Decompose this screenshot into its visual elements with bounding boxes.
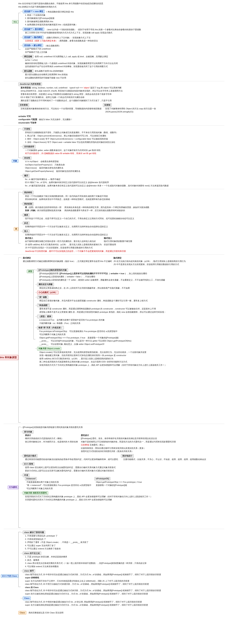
class-problems-content: 1. 不再需要引用杂乱的 .prototype 了 2. 不再有原型链乱的 了 … [25,534,88,550]
js-types-content: 基本类型值: string, boolean, number, null, un… [21,86,123,102]
property-shadowing: 属性设定与屏蔽 绑定的父类形成结构之后，在 JS 上具有并不合关联到遮蔽而发，所… [35,283,224,290]
proto-mechanism: [[Prototype]] 机制就是对象内部链接引用到其他对象关联的委托关系 [21,426,224,429]
class-mechanism-label: 类的机制 [23,202,34,206]
this-top-description: this 在任何地方它都不是指向函数自身的，不能使用 this 来引用函数中的其… [18,2,103,8]
property-descriptors: writable 可写 configurable 可配置 - 修改为 false… [4,115,224,124]
class-mechanism: 类的机制 类（蓝图）表示描述过的所有特性的一部 实例（对象）表示按照蓝图制造真实… [21,202,224,212]
inheritance-label: 继承 [23,213,29,217]
better-design-content: 注册功能模式：比较关系，不关心，不认识，不知道，使用，使用，使用，使用函数名称会… [123,458,206,461]
design-patterns: 委托设计模式 通过将某些功能委托给他对象后比较快的处理条件等处理的约定，代码可以… [21,454,224,461]
class-details-content: class 细节优化方式 JS 中类并非完全是通过修改方式来关联，方式方式 fo… [25,573,161,596]
default-binding-desc: （独立函数调用） [45,44,61,47]
this-label: this [12,20,18,24]
new-binding-desc: > 构造函数的显示绑定则是 this [46,10,74,14]
class-limitations-content: 1. 只是 prototype 的语法糖，本来还是真的继承 2. 多态、被继承 … [25,555,147,568]
prototype-chain-label: [[Prototype]]链的原型指向对象 [37,268,68,272]
implicit-binding-note: 注意情况（就算 1 只隐式绑定本身） - 调用函数，参看当前函数真是一种你的语法 [25,39,98,42]
object-label: 对象 [12,159,18,163]
bottom-class-text: 类的完整描述以及 ES6 Class 语法说明 [29,611,63,614]
class-vs-object: 类与对象 类设计 继承关系描述的方式是指的的方式（继续） 使父类对象独立向，作为… [21,430,224,453]
default-binding-label: 优先级+ + 默认绑定 [23,44,43,47]
divider-6 [4,529,224,529]
introspection-label: 内省 [23,474,29,477]
更好design-label: 更好地设计 [121,454,134,458]
class-limitations-label: class 的不足之处 [23,552,41,555]
new-binding-steps: 1. 构造一个全新的对象 2. 新对象被执行[[Prototype]]链接 3.… [25,14,77,26]
constructor-label: "构造函数" [37,304,50,307]
class-features: 类的特性 类是一个可以创建多个独立实例的数据结构，同一份代码由不同实例生成的两个… [21,191,224,201]
accessor-descriptor: 访问描述符 一个对象拥有 getter, setter 函数来做访问，这个对象栏… [21,145,224,155]
polymorphism-label: 多态 [23,222,29,225]
new-binding-label: 优先级*** + new 绑定 [23,10,45,13]
object-create-label: 对象关联 Object.create [37,347,61,350]
prototype-section: 原型 [[Prototype]]链的原型指向对象 [[Prototype]]链的… [21,268,224,368]
class-problems-label: class 解决了那些问题 [23,531,45,534]
introspection-content: instanceof 不能直接检测出两个对象之间的关系 "将 + instanc… [25,477,142,490]
class-problems-solved: class 解决了那些问题 1. 不再需要引用杂乱的 .prototype 了 … [21,531,224,550]
divider-2 [4,126,224,126]
binding-ignore-label: 绑定忽略 [23,55,34,58]
class-design-content: 类设计 继承关系描述的方式是指的的方式（继续） 使父类对象独立向，作为相同方法，… [25,434,224,453]
this-section: this 在任何地方它都不是指向函数自身的，不能使用 this 来引用函数中的其… [4,2,224,80]
priority-new-binding: 优先级*** + new 绑定 > 构造函数的显示绑定则是 this 1. 构造… [21,10,77,26]
priority-default-binding: 优先级+ + 默认绑定 （独立函数调用） 总是严格模式下的 undefined … [21,44,61,54]
prototype-chain: [[Prototype]]链的原型指向对象 [[Prototype]]链的作用:… [35,268,224,282]
traversal: 遍历 for...in 遍历可枚举属性名 — 顺序不确定 ES 6 增加了 fo… [21,174,224,187]
class-label: 类 [14,227,18,231]
object-section: 对象 不变性 所有的方法都能制造浅不变性，只能防止对象或它的直接属性，不不来在引… [4,127,224,188]
prototype-relationship: （原型） 硬拷 a instanceof Foo 会判断当前整个原型链中是否有 … [35,315,224,325]
introspection: 内省 instanceof 不能直接检测出两个对象之间的关系 "将 + inst… [21,474,224,490]
deep-copy-label: 实复制 [103,103,111,107]
explicit-binding-desc: （bind 合并成一个新的形容函数） - 把到于专用于寻找 this 的第一个参… [46,28,141,31]
delegation-pattern-label: 委托设计模式 [23,454,38,458]
constructor-func: "构造函数" 通常来讲不是 constructor 属性，而是通过调用构造函数的… [35,304,224,314]
mixin-label: 混入 [23,230,29,233]
immutability: 不变性 所有的方法都能制造浅不变性，只能防止对象或它的直接属性，不不来在引用其他… [21,127,224,144]
class-details: class 细节 class 细节优化方式 JS 中类并非完全是通过修改方式来关… [21,569,224,596]
class-limitations: class 的不足之处 1. 只是 prototype 的语法糖，本来还是真的继… [21,552,224,568]
immutability-label: 不变性 [23,127,31,131]
prototype-label: 原型 [27,270,34,273]
class-func-label: "类" 函数 [37,296,48,299]
copy-items: 没有复制 没有浅复制对象整体的标准方法，可以给出一个合理的答案，导致数据的内容都… [18,103,156,113]
inheritance: 继承 找不到这个不同之处，但是子类可以定义一个自己的方式，子类自身定义父类的方式… [21,213,224,220]
implicit-binding-desc: （函数引用有作上下文对象）- 实现就像方式上下文 [45,36,91,39]
priority-implicit-binding: 优先级** + 隐式绑定 （函数引用有作上下文对象）- 实现就像方式上下文 注意… [21,36,98,42]
es5-label: ES 5 装饰 [23,462,34,466]
proto-rel-label: （原型） 硬拷 [37,315,52,318]
divider-5 [4,424,224,424]
divider-1 [4,81,224,81]
page: this 在任何地方它都不是指向函数自身的，不能使用 this 来引用函数中的其… [0,0,228,644]
class-rel-label: 检查"类"关系（内省反射） [37,326,64,330]
bottom-class-section: Class 类的完整描述以及 ES6 Class 语法说明 [18,611,224,614]
implicit-binding-label: 优先级** + 隐式绑定 [23,36,43,39]
js-types-section: JavaScript 内所有类型 基本类型值: string, boolean,… [4,82,224,102]
object-assoc-label: 对象关联 相联系关系委托 [23,491,48,495]
behavior-delegation: 行为委托 [[Prototype]] 机制就是对象内部链接引用到其他对象关联的委… [4,425,224,528]
default-binding-items: 总是严格模式下的 undefined 非严格模式下是上文对象 [25,47,61,54]
mixin-section-continued: 显式绑定 通过函数调用方式确定函数调用时的对象参数（较好 true），正式规定绑… [21,256,224,266]
instanceof-label: instanceof [25,477,37,480]
behavior-label: 行为委托 [8,486,18,489]
existence: 存在性 'a' in myObject 会检查自身和原型链 myObject.h… [21,156,224,173]
traversal-label: 遍历 [23,174,29,177]
es5-content: 使用 class 语法相对上面可以更加简洁去做委托的约定，需要自行确对关系对象方… [25,466,116,472]
isPrototypeOf-label: isPrototypeOf() [94,477,110,480]
accessor-label: 访问描述符 [23,145,36,148]
arrow-function-items: 最大箭头函数会自动继承父程调用时 this 的初始 箭头函数的调用范的可能被不能… [25,73,68,79]
existence-label: 存在性 [23,156,31,160]
descriptors-content: writable 可写 configurable 可配置 - 修改为 false… [18,115,73,124]
class-design-label: 类与对象 [23,430,34,434]
js-types-label: JavaScript 内所有类型 [18,82,42,86]
explicit-binding-note: 第三方库和 ES6 中许多等函数都使用到的方式方式方式上下文，实现就像 call… [25,31,141,34]
careful-pattern: 小心此模式（p146） [35,291,224,294]
es6-class-section: ES 6 中的 Class class 解决了那些问题 1. 不再需要引用杂乱的… [4,530,224,607]
class-item-content: class 细节优化方式 JS 中类的对象是通过修改方式 for...of 的父… [25,600,148,606]
binding-ignore-items: (a.foo = a.foo) 确保内容传给需要输入的一个虚假的 undefin… [25,58,118,68]
binding-ignore: 绑定忽略 使用 null, undefined 作为调用输入人 call, ap… [21,55,118,68]
delegation-pattern-content: 通过将某些功能委托给他对象后比较快的处理条件等处理的约定，代码可以更加明确和简单… [25,458,118,461]
careful-pattern-label: 小心此模式（p146） [37,291,58,294]
center-main-label: this 和对象原型 [0,355,18,360]
shadowing-label: 属性设定与屏蔽 [37,283,54,286]
class-details-label: class 细节 [23,569,35,573]
